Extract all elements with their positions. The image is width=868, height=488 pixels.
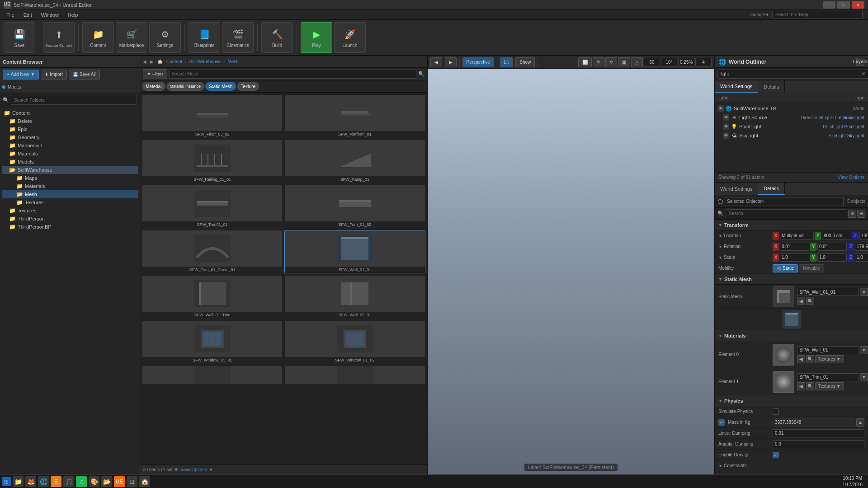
- enable-gravity-checkbox[interactable]: ✓: [773, 452, 779, 458]
- menu-edit[interactable]: Edit: [19, 11, 37, 19]
- view-options-btn[interactable]: View Options: [180, 467, 207, 472]
- taskbar-file-explorer[interactable]: 📁: [13, 476, 24, 487]
- mass-spinner[interactable]: ▲: [856, 418, 864, 427]
- details-list-view[interactable]: ☰: [857, 210, 865, 218]
- asset-window0101[interactable]: SFW_Window_01_01: [142, 320, 283, 364]
- asset-trim-curve[interactable]: SFW_Trim_01_Curve_01: [142, 230, 283, 273]
- folder-item-textures[interactable]: 📁 Textures: [2, 206, 138, 215]
- mat0-back[interactable]: ◀: [797, 355, 805, 363]
- nav-forward[interactable]: ▶: [150, 59, 154, 64]
- taskbar-chrome[interactable]: 🌐: [38, 476, 49, 487]
- dp-tab-details[interactable]: Details: [758, 183, 785, 195]
- folder-item-thirdpersonbp[interactable]: 📁 ThirdPersonBP: [2, 223, 138, 231]
- visibility-toggle[interactable]: 👁: [717, 105, 724, 112]
- vp-snap-rotate[interactable]: ↻: [593, 57, 604, 67]
- asset-wall0201[interactable]: SFW_Wall_02_01: [284, 275, 425, 319]
- wo-tab-details[interactable]: Details: [758, 80, 785, 93]
- nav-up[interactable]: 🏠: [157, 59, 163, 64]
- mat0-name-input[interactable]: [797, 346, 859, 354]
- location-y-input[interactable]: [822, 232, 851, 240]
- mat1-search[interactable]: 🔍: [806, 382, 814, 390]
- search-for-help-input[interactable]: [772, 11, 863, 19]
- vp-snap-translate[interactable]: ⬜: [578, 57, 592, 67]
- details-search-input[interactable]: [726, 209, 846, 218]
- toolbar-build[interactable]: 🔨 Build: [261, 22, 293, 53]
- nav-back[interactable]: ◀: [143, 59, 146, 64]
- mat1-back[interactable]: ◀: [797, 382, 805, 390]
- search-mesh-input[interactable]: [169, 70, 416, 79]
- asset-trim0102[interactable]: SFW_Trim_01_02: [284, 185, 425, 228]
- physics-header[interactable]: ▼ Physics: [715, 395, 868, 406]
- toolbar-settings[interactable]: ⚙ Settings: [149, 22, 181, 53]
- toolbar-play[interactable]: ▶ Play: [301, 22, 332, 53]
- viewport-canvas[interactable]: RRCG Level: SciFiWarehouse_04 (Persisten…: [428, 69, 715, 474]
- transform-header[interactable]: ▼ Transform: [715, 220, 868, 230]
- menu-help[interactable]: Help: [63, 11, 83, 19]
- folder-item-maps[interactable]: 📁 Maps: [2, 174, 138, 182]
- static-btn[interactable]: 🔆 Static: [773, 264, 798, 272]
- folder-item-thirdperson[interactable]: 📁 ThirdPerson: [2, 215, 138, 223]
- asset-ramp01[interactable]: SFW_Ramp_01: [284, 140, 425, 183]
- mat0-search[interactable]: 🔍: [806, 355, 814, 363]
- visibility-toggle[interactable]: 👁: [723, 123, 729, 130]
- perspective-btn[interactable]: Perspective: [462, 57, 494, 67]
- minimize-button[interactable]: _: [823, 1, 835, 9]
- asset-platform01[interactable]: SFW_Platform_01: [284, 94, 425, 138]
- asset-window0102[interactable]: SFW_Window_01_02: [284, 320, 425, 364]
- import-button[interactable]: ⬇ Import: [41, 70, 66, 80]
- lit-btn[interactable]: Lit: [500, 57, 513, 67]
- folder-item-models[interactable]: 📁 Models: [2, 158, 138, 166]
- vp-snap-vertex[interactable]: △: [631, 57, 643, 67]
- filter-texture[interactable]: Texture: [237, 82, 259, 91]
- movable-btn[interactable]: Movable: [799, 264, 824, 272]
- dp-tab-world-settings[interactable]: World Settings: [715, 183, 758, 195]
- vp-input-1[interactable]: [644, 58, 660, 67]
- mat0-textures[interactable]: Textures ▼: [815, 355, 844, 363]
- visibility-toggle[interactable]: 👁: [723, 132, 729, 139]
- filters-button[interactable]: ▼ Filters: [143, 69, 167, 79]
- taskbar-spotify[interactable]: ♫: [76, 476, 87, 487]
- filter-material[interactable]: Material: [142, 82, 165, 91]
- mass-checkbox[interactable]: ✓: [718, 419, 725, 426]
- asset-partial1[interactable]: [142, 366, 283, 386]
- asset-partial2[interactable]: [284, 366, 425, 386]
- menu-file[interactable]: File: [2, 11, 19, 19]
- materials-header[interactable]: ▼ Materials: [715, 330, 868, 341]
- filter-static-mesh[interactable]: Static Mesh: [205, 82, 236, 91]
- sm-dropdown[interactable]: ▼: [860, 288, 868, 296]
- taskbar-folder2[interactable]: 📂: [101, 476, 112, 487]
- taskbar-firefox[interactable]: 🦊: [25, 476, 36, 487]
- location-z-input[interactable]: [859, 232, 868, 240]
- folder-item-materials[interactable]: 📁 Materials: [2, 150, 138, 158]
- folder-item-content[interactable]: 📁 Content: [2, 109, 138, 117]
- linear-damping-input[interactable]: [773, 429, 864, 437]
- taskbar-ue[interactable]: UE: [114, 476, 125, 487]
- toolbar-launch[interactable]: 🚀 Launch: [334, 22, 366, 53]
- vp-snap-scale[interactable]: ⟲: [605, 57, 617, 67]
- show-btn[interactable]: Show: [515, 57, 535, 67]
- menu-window[interactable]: Window: [37, 11, 63, 19]
- details-grid-view[interactable]: ⊞: [848, 210, 856, 218]
- filter-material-instance[interactable]: Material Instance: [166, 82, 205, 91]
- vp-input-2[interactable]: [661, 58, 677, 67]
- taskbar-epic[interactable]: E: [51, 476, 61, 487]
- vp-snap-surface[interactable]: ▦: [618, 57, 630, 67]
- start-button[interactable]: ⊞: [2, 477, 11, 486]
- location-x-input[interactable]: [780, 232, 814, 240]
- taskbar-media[interactable]: 🎵: [63, 476, 74, 487]
- breadcrumb-mesh[interactable]: Mesh: [227, 59, 238, 64]
- toolbar-content[interactable]: 📁 Content: [82, 22, 114, 53]
- toolbar-source-control[interactable]: ⬆ Source Control: [43, 22, 75, 53]
- mat1-dropdown[interactable]: ▼: [860, 373, 868, 381]
- angular-damping-input[interactable]: [773, 440, 864, 448]
- wo-tab-settings[interactable]: World Settings: [715, 80, 758, 93]
- vp-input-4[interactable]: [695, 58, 712, 67]
- toolbar-blueprints[interactable]: 📘 Blueprints: [189, 22, 220, 53]
- folder-search-input[interactable]: [11, 95, 137, 105]
- visibility-toggle[interactable]: 👁: [723, 114, 729, 121]
- sm-search-btn[interactable]: 🔍: [806, 297, 814, 305]
- taskbar-ps[interactable]: 🎨: [89, 476, 99, 487]
- selected-objects-input[interactable]: [725, 197, 844, 206]
- scale-z-input[interactable]: [855, 253, 868, 262]
- sm-name-input[interactable]: [797, 288, 859, 296]
